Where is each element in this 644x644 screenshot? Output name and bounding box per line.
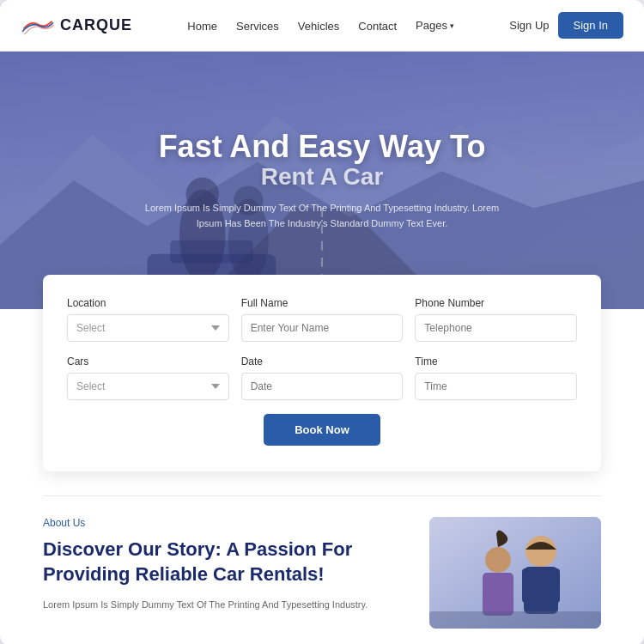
hero-title-main: Fast And Easy Way To bbox=[159, 130, 486, 164]
about-title: Discover Our Story: A Passion For Provid… bbox=[43, 538, 404, 586]
nav-link-home[interactable]: Home bbox=[187, 20, 217, 33]
svg-point-17 bbox=[485, 547, 511, 573]
hero-title-sub: Rent A Car bbox=[261, 163, 384, 191]
nav-link-services[interactable]: Services bbox=[236, 20, 279, 33]
form-row-1: Location Select Full Name Phone Number bbox=[67, 297, 577, 342]
logo-icon bbox=[21, 14, 55, 38]
svg-rect-15 bbox=[522, 568, 534, 603]
nav-item-pages[interactable]: Pages ▾ bbox=[416, 19, 454, 32]
date-group: Date bbox=[241, 355, 404, 400]
fullname-group: Full Name bbox=[241, 297, 404, 342]
cars-select[interactable]: Select bbox=[67, 373, 229, 400]
cars-label: Cars bbox=[67, 355, 229, 368]
date-label: Date bbox=[241, 355, 404, 368]
nav-item-contact[interactable]: Contact bbox=[358, 18, 397, 33]
phone-input[interactable] bbox=[415, 314, 577, 342]
form-center: Book Now bbox=[67, 414, 577, 446]
nav-item-services[interactable]: Services bbox=[236, 18, 279, 33]
about-section: About Us Discover Our Story: A Passion F… bbox=[0, 496, 644, 644]
time-label: Time bbox=[415, 355, 577, 368]
svg-rect-16 bbox=[548, 568, 560, 603]
fullname-label: Full Name bbox=[241, 297, 404, 309]
location-select[interactable]: Select bbox=[67, 314, 229, 342]
svg-rect-19 bbox=[429, 611, 601, 629]
nav-link-contact[interactable]: Contact bbox=[358, 20, 397, 33]
phone-group: Phone Number bbox=[415, 297, 577, 342]
about-text: About Us Discover Our Story: A Passion F… bbox=[43, 517, 404, 613]
time-input[interactable] bbox=[415, 373, 577, 400]
hero-description: Lorem Ipsum Is Simply Dummy Text Of The … bbox=[142, 201, 502, 231]
location-group: Location Select bbox=[67, 297, 229, 342]
navbar: CARQUE Home Services Vehicles Contact Pa… bbox=[0, 0, 644, 52]
nav-link-pages[interactable]: Pages bbox=[416, 19, 447, 32]
svg-point-13 bbox=[526, 536, 556, 567]
phone-label: Phone Number bbox=[415, 297, 577, 309]
nav-item-vehicles[interactable]: Vehicles bbox=[298, 18, 339, 33]
svg-rect-18 bbox=[483, 573, 513, 616]
signup-button[interactable]: Sign Up bbox=[509, 19, 549, 32]
nav-links: Home Services Vehicles Contact Pages ▾ bbox=[187, 18, 454, 33]
nav-link-vehicles[interactable]: Vehicles bbox=[298, 20, 339, 33]
hero-section: Fast And Easy Way To Rent A Car Lorem Ip… bbox=[0, 52, 644, 309]
booking-section: Location Select Full Name Phone Number C… bbox=[43, 275, 601, 471]
time-group: Time bbox=[415, 355, 577, 400]
logo-text: CARQUE bbox=[60, 16, 132, 34]
about-label: About Us bbox=[43, 517, 404, 529]
date-input[interactable] bbox=[241, 373, 404, 400]
nav-item-home[interactable]: Home bbox=[187, 18, 217, 33]
nav-buttons: Sign Up Sign In bbox=[509, 12, 623, 39]
location-label: Location bbox=[67, 297, 229, 309]
signin-button[interactable]: Sign In bbox=[558, 12, 623, 39]
book-now-button[interactable]: Book Now bbox=[264, 414, 380, 446]
about-description: Lorem Ipsum Is Simply Dummy Text Of The … bbox=[43, 597, 404, 613]
hero-content: Fast And Easy Way To Rent A Car Lorem Ip… bbox=[0, 52, 644, 309]
about-image-svg bbox=[429, 517, 601, 629]
cars-group: Cars Select bbox=[67, 355, 229, 400]
logo[interactable]: CARQUE bbox=[21, 14, 132, 38]
page-wrapper: CARQUE Home Services Vehicles Contact Pa… bbox=[0, 0, 644, 644]
chevron-down-icon: ▾ bbox=[450, 21, 454, 30]
fullname-input[interactable] bbox=[241, 314, 404, 342]
form-row-2: Cars Select Date Time bbox=[67, 355, 577, 400]
about-image bbox=[429, 517, 601, 629]
